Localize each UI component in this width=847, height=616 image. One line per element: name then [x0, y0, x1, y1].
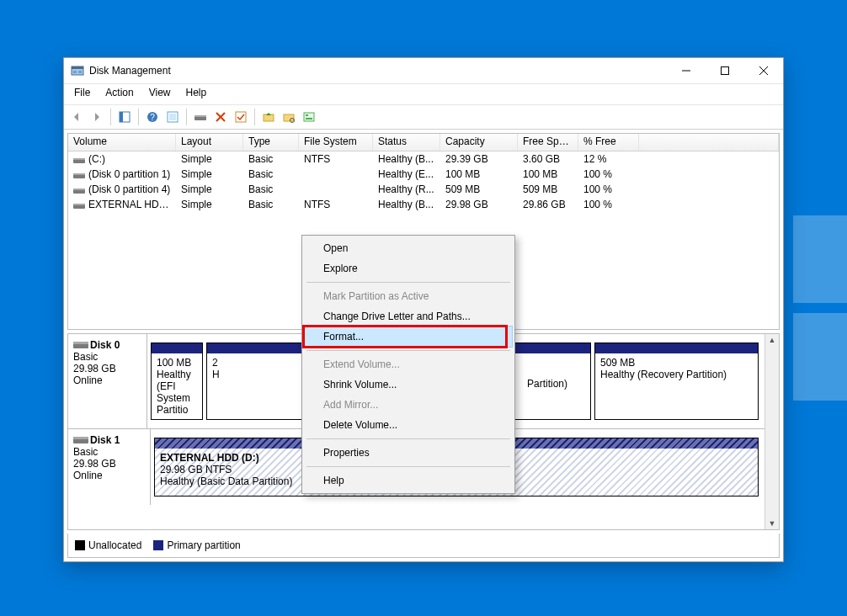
- legend-unallocated: Unallocated: [75, 539, 141, 551]
- svg-rect-10: [169, 114, 176, 120]
- properties-icon[interactable]: [300, 108, 318, 126]
- col-rest: [639, 134, 779, 151]
- context-item[interactable]: Format...: [305, 327, 512, 347]
- svg-rect-14: [264, 114, 274, 121]
- disk-info[interactable]: Disk 1Basic29.98 GBOnline: [68, 429, 151, 505]
- context-item[interactable]: Change Drive Letter and Paths...: [305, 306, 512, 327]
- legend: Unallocated Primary partition: [67, 534, 780, 558]
- context-item[interactable]: Properties: [305, 443, 512, 463]
- refresh-button[interactable]: [163, 108, 182, 126]
- context-item: Extend Volume...: [305, 354, 512, 374]
- col-free[interactable]: Free Spa...: [518, 134, 578, 151]
- volume-row[interactable]: (Disk 0 partition 4)SimpleBasicHealthy (…: [68, 182, 779, 197]
- toolbar: ?: [64, 105, 783, 130]
- context-item[interactable]: Open: [305, 238, 512, 258]
- back-button[interactable]: [67, 108, 86, 126]
- svg-rect-18: [306, 114, 308, 116]
- col-pctfree[interactable]: % Free: [578, 134, 639, 151]
- folder-up-icon[interactable]: [259, 108, 278, 126]
- volume-row[interactable]: EXTERNAL HDD (D:)SimpleBasicNTFSHealthy …: [68, 197, 779, 212]
- svg-rect-17: [304, 113, 314, 121]
- svg-rect-4: [722, 67, 729, 75]
- menu-file[interactable]: File: [67, 86, 97, 103]
- svg-rect-21: [73, 158, 85, 160]
- app-icon: [71, 64, 84, 77]
- window-title: Disk Management: [89, 65, 171, 77]
- settings-icon[interactable]: [191, 108, 210, 126]
- menubar: File Action View Help: [64, 84, 783, 105]
- disk-info[interactable]: Disk 0Basic29.98 GBOnline: [68, 334, 147, 428]
- context-item[interactable]: Shrink Volume...: [305, 374, 512, 395]
- menu-view[interactable]: View: [142, 86, 178, 103]
- context-item[interactable]: Help: [305, 470, 512, 491]
- partition-label-fragment: Partition): [527, 378, 567, 390]
- col-capacity[interactable]: Capacity: [440, 134, 518, 151]
- scroll-down-icon[interactable]: ▼: [769, 518, 776, 529]
- svg-rect-29: [73, 342, 88, 344]
- svg-rect-12: [194, 115, 206, 117]
- partition[interactable]: 100 MBHealthy (EFI System Partitio: [151, 343, 203, 420]
- svg-rect-23: [73, 173, 85, 175]
- help-button[interactable]: ?: [143, 108, 162, 126]
- svg-rect-19: [306, 118, 312, 119]
- minimize-button[interactable]: [667, 58, 706, 83]
- partition[interactable]: 509 MBHealthy (Recovery Partition): [594, 343, 759, 420]
- context-menu: OpenExploreMark Partition as ActiveChang…: [301, 235, 515, 494]
- legend-primary: Primary partition: [153, 539, 240, 551]
- titlebar: Disk Management: [64, 58, 783, 84]
- close-button[interactable]: [744, 58, 783, 83]
- context-item: Mark Partition as Active: [305, 286, 512, 306]
- context-item: Add Mirror...: [305, 395, 512, 415]
- check-icon[interactable]: [232, 108, 250, 126]
- volume-list-header: Volume Layout Type File System Status Ca…: [68, 134, 779, 151]
- svg-rect-2: [73, 71, 77, 73]
- col-volume[interactable]: Volume: [68, 134, 176, 151]
- volume-row[interactable]: (Disk 0 partition 1)SimpleBasicHealthy (…: [68, 167, 779, 182]
- col-status[interactable]: Status: [373, 134, 440, 151]
- svg-rect-15: [284, 114, 294, 121]
- volume-row[interactable]: (C:)SimpleBasicNTFSHealthy (B...29.39 GB…: [68, 151, 779, 167]
- col-filesystem[interactable]: File System: [299, 134, 373, 151]
- delete-icon[interactable]: [211, 108, 230, 126]
- context-item[interactable]: Delete Volume...: [305, 415, 512, 435]
- scrollbar[interactable]: ▲ ▼: [764, 334, 779, 529]
- show-hide-tree-button[interactable]: [115, 108, 134, 126]
- svg-rect-13: [236, 112, 246, 122]
- svg-rect-31: [73, 437, 88, 439]
- menu-action[interactable]: Action: [99, 86, 140, 103]
- svg-rect-25: [73, 189, 85, 190]
- folder-search-icon[interactable]: [280, 108, 298, 126]
- svg-rect-3: [78, 71, 82, 73]
- menu-help[interactable]: Help: [179, 86, 214, 103]
- svg-rect-1: [72, 66, 83, 69]
- svg-rect-6: [120, 112, 123, 122]
- maximize-button[interactable]: [706, 58, 744, 83]
- col-layout[interactable]: Layout: [176, 134, 243, 151]
- forward-button[interactable]: [88, 108, 106, 126]
- svg-text:?: ?: [150, 113, 155, 122]
- context-item[interactable]: Explore: [305, 258, 512, 279]
- svg-rect-27: [73, 204, 85, 205]
- col-type[interactable]: Type: [243, 134, 299, 151]
- scroll-up-icon[interactable]: ▲: [769, 334, 776, 346]
